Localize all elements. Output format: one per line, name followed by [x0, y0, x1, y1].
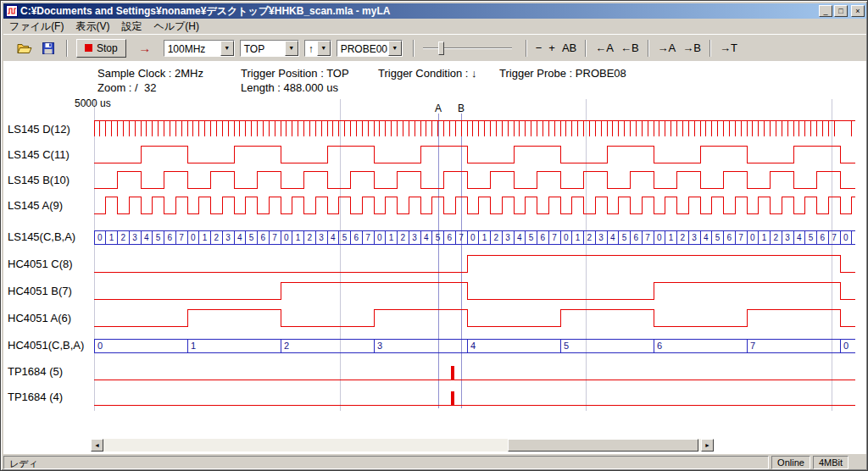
stop-label: Stop: [97, 42, 118, 54]
save-button[interactable]: [37, 39, 59, 58]
zoom-ab-span-button[interactable]: AB: [559, 41, 580, 55]
scrollbar-track[interactable]: [103, 439, 701, 452]
stop-button[interactable]: Stop: [76, 39, 126, 58]
window-controls: _ □ ×: [819, 5, 865, 17]
scroll-left-button[interactable]: ◄: [91, 439, 103, 452]
maximize-button[interactable]: □: [834, 5, 848, 17]
sample-rate-select[interactable]: 100MHz▼: [164, 40, 235, 57]
toolbar-separator: [526, 40, 527, 57]
trigger-position-select-value: TOP: [241, 41, 285, 56]
zoom-in-button[interactable]: +: [545, 41, 559, 55]
open-file-button[interactable]: [14, 39, 36, 58]
open-folder-icon: [17, 42, 32, 54]
move-right-to-b-button[interactable]: →B: [679, 41, 704, 55]
chevron-down-icon[interactable]: ▼: [220, 41, 234, 56]
status-memory: 4MBit: [813, 456, 849, 469]
probe-select-value: PROBE00: [337, 41, 388, 56]
status-online: Online: [771, 456, 810, 469]
toolbar-separator: [413, 40, 415, 57]
window-title: C:¥Documents and Settings¥noname¥デスクトップ¥…: [20, 4, 819, 19]
toolbar-separator: [585, 40, 587, 57]
trigger-position-value: Trigger Position : TOP: [241, 67, 349, 80]
toolbar: Stop → 100MHz▼TOP▼↑▼PROBE00▼ −+AB←A←B→A→…: [3, 34, 866, 61]
slider-track: [423, 47, 512, 49]
menubar: ファイル(F)表示(V)設定ヘルプ(H): [3, 19, 866, 34]
run-arrow-icon: →: [138, 41, 151, 55]
menu-help[interactable]: ヘルプ(H): [147, 19, 205, 35]
toolbar-combos: 100MHz▼TOP▼↑▼PROBE00▼: [164, 40, 408, 57]
trigger-edge-select[interactable]: ↑▼: [304, 40, 331, 57]
move-left-to-a-button[interactable]: ←A: [592, 41, 617, 55]
menu-file[interactable]: ファイル(F): [3, 19, 70, 35]
scroll-right-button[interactable]: ►: [701, 439, 714, 452]
slider-thumb[interactable]: [438, 42, 444, 55]
trigger-probe-value: Trigger Probe : PROBE08: [499, 67, 626, 80]
zoom-out-button[interactable]: −: [532, 41, 546, 55]
zoom-value: Zoom : / 32: [97, 81, 156, 94]
sample-clock-value: Sample Clock : 2MHz: [97, 67, 203, 80]
toolbar-separator: [709, 40, 711, 57]
run-button[interactable]: →: [134, 39, 156, 58]
chevron-down-icon[interactable]: ▼: [317, 41, 331, 56]
zoom-slider[interactable]: [423, 40, 512, 57]
sample-rate-select-value: 100MHz: [164, 41, 220, 56]
trigger-condition-value: Trigger Condition : ↓: [378, 67, 477, 80]
minimize-button[interactable]: _: [819, 5, 832, 17]
chevron-down-icon[interactable]: ▼: [285, 41, 298, 56]
scrollbar-thumb[interactable]: [508, 439, 698, 452]
close-button[interactable]: ×: [851, 5, 865, 17]
status-message: レディ: [3, 456, 769, 469]
move-right-to-a-button[interactable]: →A: [654, 41, 680, 55]
toolbar-buttons: −+AB←A←B→A→B→T: [520, 40, 741, 57]
trigger-position-select[interactable]: TOP▼: [240, 40, 299, 57]
app-window: C:¥Documents and Settings¥noname¥デスクトップ¥…: [0, 0, 868, 471]
goto-trigger-button[interactable]: →T: [716, 41, 741, 55]
horizontal-scrollbar[interactable]: ◄ ►: [91, 439, 714, 452]
titlebar[interactable]: C:¥Documents and Settings¥noname¥デスクトップ¥…: [3, 3, 866, 19]
menu-view[interactable]: 表示(V): [70, 19, 115, 35]
stop-icon: [85, 44, 92, 52]
floppy-disk-icon: [42, 42, 54, 54]
menu-settings[interactable]: 設定: [115, 19, 147, 35]
toolbar-separator: [648, 40, 649, 57]
trigger-edge-select-value: ↑: [305, 41, 317, 56]
statusbar: レディ Online 4MBit: [3, 454, 866, 469]
chevron-down-icon[interactable]: ▼: [388, 41, 402, 56]
toolbar-separator: [66, 40, 68, 57]
length-value: Length : 488.000 us: [241, 81, 338, 94]
statusbar-spacer: [851, 456, 866, 469]
app-icon: [6, 5, 18, 17]
move-left-to-b-button[interactable]: ←B: [617, 41, 643, 55]
probe-select[interactable]: PROBE00▼: [337, 40, 403, 57]
waveform-pane-background: [3, 61, 866, 454]
